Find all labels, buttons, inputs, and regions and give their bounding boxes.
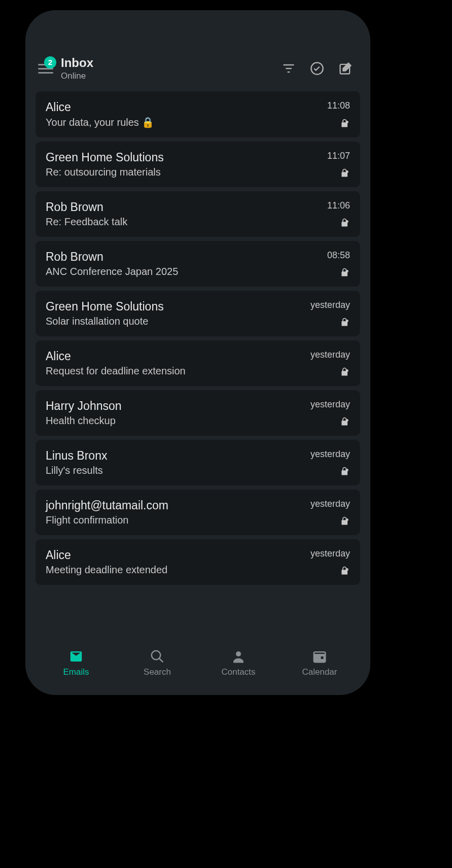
svg-line-16 (159, 658, 163, 663)
email-list[interactable]: Alice Your data, your rules 🔒 11:08 Gree… (36, 91, 360, 642)
nav-search-label: Search (144, 667, 171, 677)
svg-point-11 (346, 419, 349, 422)
email-sender: Green Home Solutions (46, 300, 302, 314)
email-content: Harry Johnson Health checkup (46, 399, 302, 427)
folder-title: Inbox (61, 56, 282, 70)
encrypted-icon (340, 416, 350, 427)
email-meta: yesterday (302, 300, 350, 327)
nav-calendar[interactable]: Calendar (279, 649, 360, 677)
email-content: Rob Brown Re: Feedback talk (46, 200, 302, 228)
email-time: yesterday (310, 548, 350, 559)
compose-button[interactable] (338, 61, 353, 76)
email-content: Rob Brown ANC Conference Japan 2025 (46, 250, 302, 277)
email-content: Alice Meeting deadline extended (46, 548, 302, 576)
svg-point-15 (152, 651, 161, 660)
email-subject: Health checkup (46, 415, 302, 427)
nav-calendar-label: Calendar (302, 667, 337, 677)
email-item[interactable]: Linus Bronx Lilly's results yesterday (36, 440, 360, 485)
encrypted-icon (340, 466, 350, 476)
svg-point-8 (346, 270, 349, 272)
email-subject: Request for deadline extension (46, 365, 302, 377)
email-sender: Green Home Solutions (46, 151, 302, 164)
encrypted-icon (340, 566, 350, 576)
unread-badge: 2 (44, 56, 56, 68)
encrypted-icon (340, 516, 350, 526)
email-meta: yesterday (302, 449, 350, 476)
email-item[interactable]: Rob Brown ANC Conference Japan 2025 08:5… (36, 241, 360, 287)
email-content: Alice Request for deadline extension (46, 350, 302, 377)
connection-status: Online (61, 71, 282, 81)
email-sender: Harry Johnson (46, 399, 302, 413)
svg-point-13 (346, 518, 349, 521)
nav-contacts-label: Contacts (221, 667, 255, 677)
email-content: Linus Bronx Lilly's results (46, 449, 302, 476)
email-subject: Re: Feedback talk (46, 216, 302, 228)
email-time: yesterday (310, 300, 350, 310)
email-item[interactable]: Green Home Solutions Solar installation … (36, 291, 360, 336)
email-item[interactable]: Alice Your data, your rules 🔒 11:08 (36, 91, 360, 137)
email-subject: Solar installation quote (46, 316, 302, 327)
email-item[interactable]: johnright@tutamail.com Flight confirmati… (36, 490, 360, 535)
email-sender: Alice (46, 350, 302, 363)
email-meta: yesterday (302, 399, 350, 427)
email-item[interactable]: Alice Request for deadline extension yes… (36, 340, 360, 386)
nav-emails-label: Emails (63, 667, 89, 677)
header-actions (282, 61, 353, 76)
email-sender: Rob Brown (46, 250, 302, 264)
email-meta: yesterday (302, 499, 350, 526)
email-item[interactable]: Alice Meeting deadline extended yesterda… (36, 539, 360, 585)
email-time: yesterday (310, 449, 350, 460)
email-meta: 11:08 (302, 100, 350, 128)
email-meta: 11:06 (302, 200, 350, 228)
email-subject: Your data, your rules 🔒 (46, 116, 302, 128)
svg-point-17 (236, 651, 241, 656)
svg-point-6 (346, 170, 349, 173)
email-time: yesterday (310, 350, 350, 360)
email-item[interactable]: Harry Johnson Health checkup yesterday (36, 390, 360, 436)
svg-point-14 (346, 568, 349, 571)
search-icon (150, 649, 165, 664)
email-item[interactable]: Green Home Solutions Re: outsourcing mat… (36, 142, 360, 187)
email-content: Green Home Solutions Solar installation … (46, 300, 302, 327)
email-subject: Meeting deadline extended (46, 564, 302, 576)
encrypted-icon (340, 367, 350, 377)
header-titles: Inbox Online (61, 56, 282, 81)
email-meta: yesterday (302, 350, 350, 377)
nav-contacts[interactable]: Contacts (198, 649, 279, 677)
svg-rect-22 (321, 656, 324, 659)
svg-point-10 (346, 369, 349, 372)
svg-point-9 (346, 320, 349, 322)
email-sender: johnright@tutamail.com (46, 499, 302, 512)
mail-icon (68, 649, 84, 664)
email-sender: Linus Bronx (46, 449, 302, 463)
email-item[interactable]: Rob Brown Re: Feedback talk 11:06 (36, 191, 360, 237)
email-content: johnright@tutamail.com Flight confirmati… (46, 499, 302, 526)
email-subject: Re: outsourcing materials (46, 166, 302, 178)
mark-read-button[interactable] (310, 61, 324, 76)
nav-emails[interactable]: Emails (36, 649, 117, 677)
email-time: 11:06 (327, 200, 350, 211)
svg-point-5 (346, 121, 349, 123)
email-time: 11:08 (327, 100, 350, 111)
check-circle-icon (310, 61, 324, 76)
svg-point-7 (346, 220, 349, 223)
menu-button[interactable]: 2 (38, 61, 53, 76)
email-subject: Flight confirmation (46, 514, 302, 526)
nav-search[interactable]: Search (117, 649, 198, 677)
email-subject: ANC Conference Japan 2025 (46, 266, 302, 277)
encrypted-icon (340, 168, 350, 178)
email-sender: Alice (46, 100, 302, 114)
svg-point-12 (346, 469, 349, 471)
phone-frame: 2 Inbox Online (25, 10, 370, 695)
encrypted-icon (340, 118, 350, 128)
email-sender: Rob Brown (46, 200, 302, 214)
app-header: 2 Inbox Online (36, 51, 360, 91)
email-content: Alice Your data, your rules 🔒 (46, 100, 302, 128)
filter-icon (282, 61, 296, 76)
encrypted-icon (340, 317, 350, 327)
email-sender: Alice (46, 548, 302, 562)
email-meta: 11:07 (302, 151, 350, 178)
email-time: 11:07 (327, 151, 350, 161)
filter-button[interactable] (282, 61, 296, 76)
encrypted-icon (340, 218, 350, 228)
